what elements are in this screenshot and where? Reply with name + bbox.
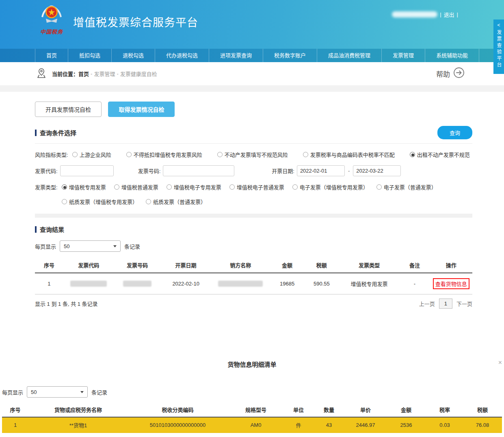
radio-rental-realestate-risk[interactable]: 出租不动产发票不规范 [410, 151, 470, 158]
goods-page-size-row: 每页显示 50 条记录 [0, 386, 504, 398]
breadcrumb-bar: 当前位置： 首页 - 发票管理 - 发票健康度自检 帮助 [0, 62, 504, 85]
form-results-divider [35, 214, 472, 218]
invoice-code-input[interactable] [60, 165, 114, 176]
col-amount: 金额 [386, 402, 426, 417]
col-tax: 税额 [304, 257, 339, 273]
invoice-verify-side-tab[interactable]: < 发票查验平台 [493, 19, 504, 74]
main-nav: 首页 抵扣勾选 退税勾选 代办退税勾选 进项发票查询 税务数字账户 成品油消费税… [0, 49, 504, 62]
breadcrumb-home[interactable]: 首页 [78, 70, 89, 78]
col-seq: 序号 [2, 402, 28, 417]
results-header-row: 序号 发票代码 发票号码 开票日期 销方名称 金额 税额 发票类型 备注 操作 [35, 257, 472, 273]
radio-taxrate-mismatch-risk[interactable]: 发票税率与商品编码表中税率不匹配 [303, 151, 395, 158]
col-unit: 单位 [284, 402, 313, 417]
date-to-input[interactable] [353, 165, 401, 176]
cell-action: 查看货物信息 [430, 273, 472, 294]
table-row-highlighted[interactable]: 1 **货物1 5010103000000000000 AM0 件 43 244… [2, 417, 502, 433]
date-from-input[interactable] [297, 165, 345, 176]
section-bar-icon [35, 226, 37, 233]
app-title: 增值税发票综合服务平台 [73, 14, 198, 30]
radio-checked-icon [410, 152, 415, 157]
nav-item-invoice-management[interactable]: 发票管理 [382, 49, 425, 62]
radio-icon [72, 152, 78, 157]
search-button[interactable]: 查询 [437, 126, 472, 139]
results-pagination-row: 显示 1 到 1 条, 共 1 条记录 上一页 1 下一页 [35, 299, 472, 309]
tax-logo: 中国税务 [34, 3, 69, 35]
col-seller-name: 销方名称 [211, 257, 270, 273]
radio-vat-general-invoice[interactable]: 增值税普通发票 [114, 183, 158, 191]
tab-issued-invoice-check[interactable]: 开具发票情况自检 [35, 102, 102, 117]
help-button[interactable]: 帮助 [436, 67, 465, 81]
radio-icon [114, 184, 119, 190]
next-page-button[interactable]: 下一页 [456, 300, 472, 307]
invoice-number-label: 发票号码: [138, 167, 161, 175]
cell-invoice-code [63, 273, 114, 294]
breadcrumb-current-page[interactable]: 发票健康度自检 [120, 70, 157, 78]
invoice-code-label: 发票代码: [35, 167, 58, 175]
radio-upstream-risk[interactable]: 上游企业风险 [72, 151, 111, 158]
date-range-dash: - [348, 168, 350, 174]
radio-vat-e-general-invoice[interactable]: 增值税电子普通发票 [229, 183, 284, 191]
col-invoice-type: 发票类型 [339, 257, 399, 273]
chevron-down-icon [80, 391, 84, 393]
logout-link[interactable]: 退出 [444, 11, 454, 18]
cell-tax: 590.55 [304, 273, 339, 294]
breadcrumb-invoice-management[interactable]: 发票管理 [94, 70, 115, 78]
nav-item-tax-digital-account[interactable]: 税务数字账户 [263, 49, 317, 62]
nav-item-home[interactable]: 首页 [35, 49, 68, 62]
query-results-header: 查询结果 [35, 225, 472, 234]
col-amount: 金额 [270, 257, 305, 273]
risk-type-label: 风险指标类型: [35, 151, 68, 158]
tab-received-invoice-check[interactable]: 取得发票情况自检 [108, 102, 175, 117]
section-bar-icon [35, 130, 37, 136]
close-icon[interactable]: × [498, 359, 502, 366]
col-invoice-code: 发票代码 [63, 257, 114, 273]
side-tab-label: 发票查验平台 [493, 30, 504, 69]
nav-item-system-aux[interactable]: 系统辅助功能 [425, 49, 479, 62]
cell-remark: - [400, 273, 430, 294]
invoice-number-input[interactable] [163, 165, 234, 176]
nav-item-agent-refund-check[interactable]: 代办退税勾选 [155, 49, 209, 62]
radio-paper-invoice-special[interactable]: 纸质发票（增值税专用发票） [62, 198, 138, 206]
page-size-prefix: 每页显示 [35, 242, 56, 250]
nav-item-deduct-check[interactable]: 抵扣勾选 [68, 49, 112, 62]
query-condition-header: 查询条件选择 查询 [35, 126, 472, 139]
radio-e-invoice-general[interactable]: 电子发票（普通发票） [376, 183, 437, 191]
radio-icon [292, 184, 298, 190]
invoice-type-row-2: 纸质发票（增值税专用发票） 纸质发票（普通发票） [35, 198, 472, 206]
app-header: 中国税务 增值税发票综合服务平台 | 退出 | < 发票查验平台 [0, 0, 504, 49]
radio-icon [126, 152, 132, 157]
nav-item-input-invoice-query[interactable]: 进项发票查询 [209, 49, 263, 62]
col-seq: 序号 [35, 257, 63, 273]
nav-item-refined-oil-tax[interactable]: 成品油消费税管理 [317, 49, 382, 62]
col-goods-name: 货物或应税劳务名称 [28, 402, 128, 417]
view-goods-info-link[interactable]: 查看货物信息 [433, 278, 469, 289]
col-tax-amount: 税额 [463, 402, 502, 417]
radio-vat-special-invoice[interactable]: 增值税专用发票 [62, 183, 106, 191]
breadcrumb-separator-2: - [117, 71, 118, 77]
cell-invoice-type: 增值税专用发票 [339, 273, 399, 294]
results-page-size-row: 每页显示 50 条记录 [35, 240, 472, 252]
radio-nondeductible-special-risk[interactable]: 不得抵扣增值税专用发票风险 [126, 151, 202, 158]
goods-panel-title: 货物信息明细清单 [0, 360, 504, 368]
breadcrumb-label: 当前位置： [52, 70, 78, 78]
radio-vat-e-special-invoice[interactable]: 增值税电子专用发票 [167, 183, 221, 191]
radio-realestate-fill-risk[interactable]: 不动产发票填写不规范风险 [217, 151, 288, 158]
page-number-button[interactable]: 1 [439, 299, 452, 309]
nav-item-refund-check[interactable]: 退税勾选 [112, 49, 155, 62]
pipe-right: | [457, 11, 458, 17]
radio-icon [376, 184, 382, 190]
results-table: 序号 发票代码 发票号码 开票日期 销方名称 金额 税额 发票类型 备注 操作 … [35, 257, 472, 294]
table-row: 1 2022-02-10 19685 590.55 增值税专用发票 - 查看货物… [35, 273, 472, 294]
col-unit-price: 单价 [345, 402, 386, 417]
radio-paper-invoice-general[interactable]: 纸质发票（普通发票） [146, 198, 206, 206]
invoice-date-label: 开票日期: [272, 167, 294, 175]
prev-page-button[interactable]: 上一页 [419, 300, 435, 307]
radio-e-invoice-special[interactable]: 电子发票（增值税专用发票） [292, 183, 368, 191]
radio-icon [62, 199, 67, 204]
invoice-fields-row: 发票代码: 发票号码: 开票日期: - [35, 165, 472, 176]
goods-page-size-select[interactable]: 50 [27, 386, 88, 398]
collapse-left-icon: < [493, 22, 504, 28]
section-divider [35, 143, 472, 144]
page-size-select[interactable]: 50 [60, 240, 121, 252]
table-row[interactable]: 2 **货物2 1060201010400000000 YH1 件 60 726… [2, 433, 502, 437]
